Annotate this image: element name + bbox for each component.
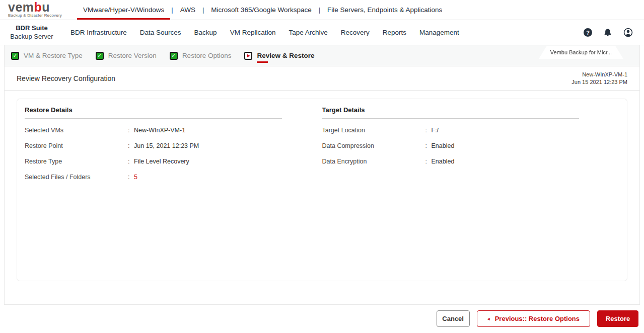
nav-separator: | (318, 6, 321, 14)
footer-actions: Cancel ◂ Previous:: Restore Options Rest… (0, 305, 644, 332)
menu-item-management[interactable]: Management (419, 29, 459, 36)
target-details-section: Target Details Target Location : F:/ Dat… (322, 106, 580, 185)
menu-item-backup[interactable]: Backup (194, 29, 217, 36)
step-label: Review & Restore (257, 52, 314, 59)
step-review-restore[interactable]: ▶ Review & Restore (244, 52, 314, 60)
check-icon: ✓ (170, 52, 178, 60)
suite-title: BDR Suite (0, 24, 63, 32)
restore-button[interactable]: Restore (597, 310, 638, 327)
nav-separator: | (170, 6, 174, 14)
detail-row-data-compression: Data Compression : Enabled (322, 138, 580, 153)
restore-point-value: Jun 15, 2021 12:23 PM (134, 142, 282, 149)
menu-item-tape-archive[interactable]: Tape Archive (289, 29, 327, 36)
product-tab-aws[interactable]: AWS (174, 0, 201, 20)
restore-details-title: Restore Details (25, 106, 282, 119)
target-location-value: F:/ (432, 127, 580, 134)
account-user-icon[interactable] (623, 28, 633, 37)
suite-selector[interactable]: BDR Suite Backup Server (0, 24, 63, 41)
menu-item-reports[interactable]: Reports (383, 29, 406, 36)
module-menu: BDR Infrastructure Data Sources Backup V… (70, 29, 459, 36)
previous-button[interactable]: ◂ Previous:: Restore Options (477, 310, 590, 327)
page-header: Review Recovery Configuration New-WInXP-… (5, 66, 639, 91)
top-bar: vembu Backup & Disaster Recovery VMware/… (0, 0, 644, 20)
step-vm-restore-type[interactable]: ✓ VM & Restore Type (11, 52, 83, 60)
play-icon: ▶ (244, 52, 252, 60)
check-icon: ✓ (96, 52, 104, 60)
context-timestamp: Jun 15 2021 12:23 PM (571, 78, 627, 86)
detail-row-data-encryption: Data Encryption : Enabled (322, 153, 580, 169)
menu-item-bdr-infrastructure[interactable]: BDR Infrastructure (70, 29, 127, 36)
product-tab-file-servers[interactable]: File Servers, Endpoints & Applications (321, 0, 448, 20)
detail-row-restore-type: Restore Type : File Level Recovery (25, 153, 282, 169)
data-encryption-value: Enabled (432, 158, 580, 165)
vembu-backup-product-tab[interactable]: Vembu Backup for Micr... (539, 46, 623, 59)
restore-context: New-WInXP-VM-1 Jun 15 2021 12:23 PM (571, 71, 627, 86)
content-wrapper: Vembu Backup for Micr... ✓ VM & Restore … (4, 45, 640, 305)
restore-type-value: File Level Recovery (134, 158, 282, 165)
cancel-button[interactable]: Cancel (437, 310, 470, 327)
product-nav: VMware/Hyper-V/Windows | AWS | Microsoft… (77, 0, 448, 20)
previous-button-label: Previous:: Restore Options (495, 315, 580, 322)
product-tab-vmware-hyperv-windows[interactable]: VMware/Hyper-V/Windows (77, 0, 170, 20)
detail-row-restore-point: Restore Point : Jun 15, 2021 12:23 PM (25, 138, 282, 153)
previous-arrow-icon: ◂ (487, 316, 490, 321)
help-icon[interactable]: ? (584, 28, 592, 37)
suite-subtitle: Backup Server (0, 33, 63, 41)
step-restore-options[interactable]: ✓ Restore Options (170, 52, 232, 60)
menu-item-vm-replication[interactable]: VM Replication (230, 29, 276, 36)
step-restore-version[interactable]: ✓ Restore Version (96, 52, 157, 60)
selected-files-count-link[interactable]: 5 (134, 174, 282, 181)
detail-row-selected-vms: Selected VMs : New-WInXP-VM-1 (25, 122, 282, 138)
vembu-logo-tagline: Backup & Disaster Recovery (8, 13, 62, 18)
page-title: Review Recovery Configuration (17, 74, 115, 82)
review-content: Restore Details Selected VMs : New-WInXP… (5, 91, 639, 289)
nav-separator: | (201, 6, 205, 14)
product-tab-microsoft365-google[interactable]: Microsoft 365/Google Workspace (205, 0, 317, 20)
vembu-logo[interactable]: vembu Backup & Disaster Recovery (8, 0, 69, 20)
nav-icons: ? (584, 28, 644, 37)
vembu-logo-word: vembu (8, 2, 62, 13)
menu-item-data-sources[interactable]: Data Sources (140, 29, 181, 36)
step-label: Restore Version (108, 52, 157, 59)
check-icon: ✓ (11, 52, 19, 60)
review-card: Restore Details Selected VMs : New-WInXP… (17, 99, 627, 281)
context-vm-name: New-WInXP-VM-1 (571, 71, 627, 78)
data-compression-value: Enabled (432, 142, 580, 149)
step-label: VM & Restore Type (24, 52, 83, 59)
detail-row-target-location: Target Location : F:/ (322, 122, 580, 138)
notifications-bell-icon[interactable] (603, 28, 612, 37)
restore-details-section: Restore Details Selected VMs : New-WInXP… (25, 106, 282, 185)
selected-vms-value: New-WInXP-VM-1 (134, 127, 282, 134)
menu-item-recovery[interactable]: Recovery (341, 29, 370, 36)
target-details-title: Target Details (322, 106, 580, 119)
step-label: Restore Options (182, 52, 232, 59)
detail-row-selected-files: Selected Files / Folders : 5 (25, 169, 282, 185)
main-nav-bar: BDR Suite Backup Server BDR Infrastructu… (0, 20, 644, 45)
